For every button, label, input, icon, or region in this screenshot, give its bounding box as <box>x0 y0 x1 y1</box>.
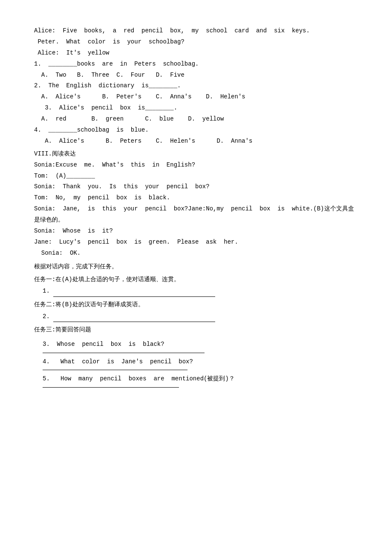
line-sonia3: Sonia: Jane, is this your pencil box?Jan… <box>34 204 358 215</box>
q3-text: 3. Whose pencil box is black? <box>43 339 358 350</box>
line-10: 4. ________schoolbag is blue. <box>34 125 358 136</box>
q4-answer-line[interactable] <box>43 370 187 370</box>
task1-label: 任务一:在(A)处填上合适的句子，使对话通顺、连贯。 <box>34 274 358 285</box>
task-intro: 根据对话内容，完成下列任务。 <box>34 262 358 273</box>
line-3: Alice: It's yellow <box>34 48 358 59</box>
task2-label: 任务二:将(B)处的汉语句子翻译成英语。 <box>34 299 358 311</box>
line-2: Peter. What color is your schoolbag? <box>34 37 358 48</box>
q5-text: 5. How many pencil boxes are mentioned(被… <box>43 374 358 385</box>
section-viii: VIII.阅读表达 <box>34 149 358 160</box>
line-6: 2. The English dictionary is________. <box>34 81 358 92</box>
line-sonia4: Sonia: Whose is it? <box>34 226 358 237</box>
line-sonia1: Sonia:Excuse me. What's this in English? <box>34 160 358 171</box>
q5-answer-line[interactable] <box>43 387 179 388</box>
line-sonia3b: 是绿色的。 <box>34 215 358 226</box>
line-sonia2: Sonia: Thank you. Is this your pencil bo… <box>34 181 358 193</box>
task1-number: 1. <box>43 286 50 296</box>
line-5: A. Two B. Three C. Four D. Five <box>34 70 358 81</box>
q4-text: 4. What color is Jane's pencil box? <box>43 357 358 368</box>
line-9: A. red B. green C. blue D. yellow <box>34 114 358 125</box>
task2-number: 2. <box>43 311 50 322</box>
line-sonia5: Sonia: OK. <box>34 248 358 259</box>
line-8: 3. Alice's pencil box is________. <box>34 103 358 114</box>
line-tom1: Tom: (A)________ <box>34 171 358 182</box>
task1-answer-line[interactable] <box>53 289 215 297</box>
line-tom2: Tom: No, my pencil box is black. <box>34 193 358 204</box>
line-4: 1. ________books are in Peters schoolbag… <box>34 59 358 70</box>
q3-answer-line[interactable] <box>43 353 205 353</box>
task3-label: 任务三:简要回答问题 <box>34 325 358 336</box>
line-11: A. Alice's B. Peters C. Helen's D. Anna'… <box>34 136 358 147</box>
line-7: A. Alice's B. Peter's C. Anna's D. Helen… <box>34 92 358 103</box>
line-jane1: Jane: Lucy's pencil box is green. Please… <box>34 237 358 248</box>
task2-answer-line[interactable] <box>53 314 215 322</box>
main-content: Alice: Five books, a red pencil box, my … <box>34 26 358 388</box>
line-1: Alice: Five books, a red pencil box, my … <box>34 26 358 37</box>
